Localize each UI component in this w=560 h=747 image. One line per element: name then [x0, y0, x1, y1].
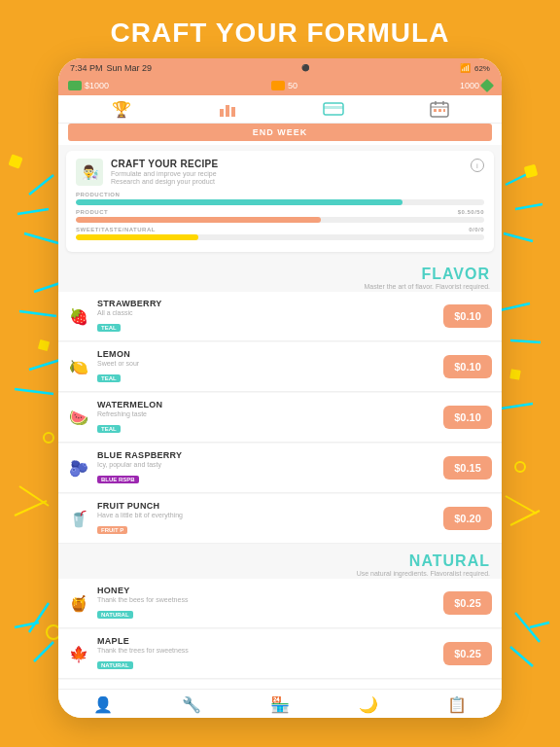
trophy-icon[interactable]: 🏆: [110, 99, 133, 119]
svg-rect-39: [434, 109, 437, 112]
svg-rect-31: [226, 105, 229, 117]
status-bar: 7:34 PM Sun Mar 29 ⚫ 📶 62%: [58, 58, 502, 78]
watermelon-desc: Refreshing taste: [97, 410, 436, 417]
svg-line-16: [510, 340, 541, 342]
watermelon-info: WATERMELON Refreshing taste TEAL: [97, 400, 436, 435]
tab-list[interactable]: 📋: [447, 695, 467, 714]
honey-tag: NATURAL: [97, 611, 133, 619]
svg-line-6: [15, 389, 53, 394]
flavor-items-list: 🍓 STRAWBERRY All a classic TEAL $0.10 🍋 …: [58, 292, 502, 544]
points-value: 1000: [460, 81, 479, 90]
list-item[interactable]: 🫐 BLUE RASPBERRY Icy, popular and tasty …: [58, 444, 502, 493]
fruit-punch-price[interactable]: $0.20: [443, 507, 492, 530]
tab-tools[interactable]: 🔧: [182, 695, 201, 714]
svg-line-24: [15, 622, 39, 627]
svg-line-17: [501, 404, 533, 409]
lemon-price[interactable]: $0.10: [443, 355, 492, 378]
wifi-icon: 📶: [460, 63, 471, 73]
end-week-button[interactable]: END WEEK: [68, 124, 492, 141]
info-icon[interactable]: i: [471, 159, 484, 172]
list-item[interactable]: 🍁 MAPLE Thank the trees for sweetness NA…: [58, 629, 502, 679]
product-progress: PRODUCT $0.50/50: [76, 209, 484, 223]
svg-line-10: [19, 486, 49, 506]
svg-rect-19: [509, 369, 521, 380]
svg-line-21: [506, 496, 537, 514]
separator-resource: 50: [271, 81, 298, 90]
resource-bar: $1000 50 1000: [58, 78, 502, 95]
svg-line-29: [510, 647, 533, 666]
tools-icon: 🔧: [182, 695, 201, 714]
list-item[interactable]: 🥤 FRUIT PUNCH Have a little bit of every…: [58, 494, 502, 544]
list-item[interactable]: 🍋 LEMON Sweet or sour TEAL $0.10: [58, 342, 502, 392]
svg-line-1: [18, 209, 49, 214]
tab-store[interactable]: 🏪: [270, 695, 290, 714]
svg-line-23: [29, 603, 49, 632]
honey-icon: 🍯: [68, 587, 89, 619]
points-resource: 1000: [460, 81, 492, 90]
blue-raspberry-icon: 🫐: [68, 452, 89, 483]
calendar-icon[interactable]: [428, 99, 451, 119]
honey-desc: Thank the bees for sweetness: [97, 596, 436, 603]
watermelon-name: WATERMELON: [97, 400, 436, 409]
status-camera: ⚫: [301, 64, 310, 72]
money-value: $1000: [85, 81, 109, 90]
flavor-section-header: FLAVOR Master the art of flavor. Flavori…: [58, 258, 502, 292]
svg-rect-8: [38, 339, 50, 351]
craft-subtitle-1: Formulate and improve your recipe: [111, 170, 463, 177]
honey-info: HONEY Thank the bees for sweetness NATUR…: [97, 586, 436, 621]
watermelon-price[interactable]: $0.10: [443, 406, 492, 429]
maple-icon: 🍁: [68, 638, 89, 669]
strawberry-desc: All a classic: [97, 309, 436, 316]
maple-tag: NATURAL: [97, 661, 133, 669]
store-icon: 🏪: [270, 695, 290, 714]
strawberry-tag: TEAL: [97, 324, 121, 332]
svg-line-11: [15, 501, 47, 516]
status-time: 7:34 PM: [70, 63, 103, 73]
strawberry-price[interactable]: $0.10: [443, 304, 492, 328]
list-item[interactable]: 🍉 WATERMELON Refreshing taste TEAL $0.10: [58, 393, 502, 443]
status-right: 📶 62%: [460, 63, 490, 73]
production-progress: PRODUCTION: [76, 192, 484, 205]
tab-night[interactable]: 🌙: [359, 695, 378, 714]
svg-line-28: [530, 622, 549, 627]
maple-price[interactable]: $0.25: [443, 642, 492, 665]
blue-raspberry-info: BLUE RASPBERRY Icy, popular and tasty BL…: [97, 450, 436, 485]
craft-recipe-title: CRAFT YOUR RECIPE: [111, 159, 463, 169]
fruit-punch-icon: 🥤: [68, 503, 89, 534]
natural-section-header: NATURAL Use natural ingredients. Flavora…: [58, 545, 502, 579]
main-content[interactable]: 👨‍🔬 CRAFT YOUR RECIPE Formulate and impr…: [58, 145, 502, 689]
craft-recipe-card: 👨‍🔬 CRAFT YOUR RECIPE Formulate and impr…: [66, 151, 494, 252]
list-item[interactable]: 🌿 SUGARCANE Sugar by the cane NATURAL $0…: [58, 680, 502, 689]
list-icon: 📋: [447, 695, 467, 714]
lemon-info: LEMON Sweet or sour TEAL: [97, 349, 436, 384]
nav-icon-bar: 🏆: [58, 95, 502, 124]
natural-title: NATURAL: [70, 552, 490, 570]
list-item[interactable]: 🍓 STRAWBERRY All a classic TEAL $0.10: [58, 292, 502, 341]
svg-line-25: [34, 642, 53, 661]
svg-rect-30: [220, 109, 224, 117]
orange-icon: [271, 81, 285, 90]
honey-price[interactable]: $0.25: [443, 591, 492, 615]
product-track: [76, 217, 484, 223]
honey-name: HONEY: [97, 586, 436, 595]
product-fill: [76, 217, 321, 223]
production-label: PRODUCTION: [76, 192, 484, 197]
strawberry-name: STRAWBERRY: [97, 299, 436, 308]
maple-name: MAPLE: [97, 636, 436, 646]
list-item[interactable]: 🍯 HONEY Thank the bees for sweetness NAT…: [58, 579, 502, 628]
production-fill: [76, 199, 402, 205]
fruit-punch-name: FRUIT PUNCH: [97, 501, 436, 511]
card-icon[interactable]: [322, 99, 345, 119]
blue-raspberry-desc: Icy, popular and tasty: [97, 461, 436, 468]
svg-line-27: [515, 613, 540, 642]
svg-line-13: [515, 204, 542, 209]
fruit-punch-desc: Have a little bit of everything: [97, 512, 436, 518]
svg-rect-41: [443, 109, 445, 112]
watermelon-icon: 🍉: [68, 402, 89, 433]
tab-person[interactable]: 👤: [93, 695, 113, 714]
bar-chart-icon[interactable]: [216, 99, 239, 119]
watermelon-tag: TEAL: [97, 425, 121, 433]
blue-raspberry-price[interactable]: $0.15: [443, 456, 492, 480]
lemon-desc: Sweet or sour: [97, 360, 436, 367]
taste-track: [76, 234, 484, 240]
